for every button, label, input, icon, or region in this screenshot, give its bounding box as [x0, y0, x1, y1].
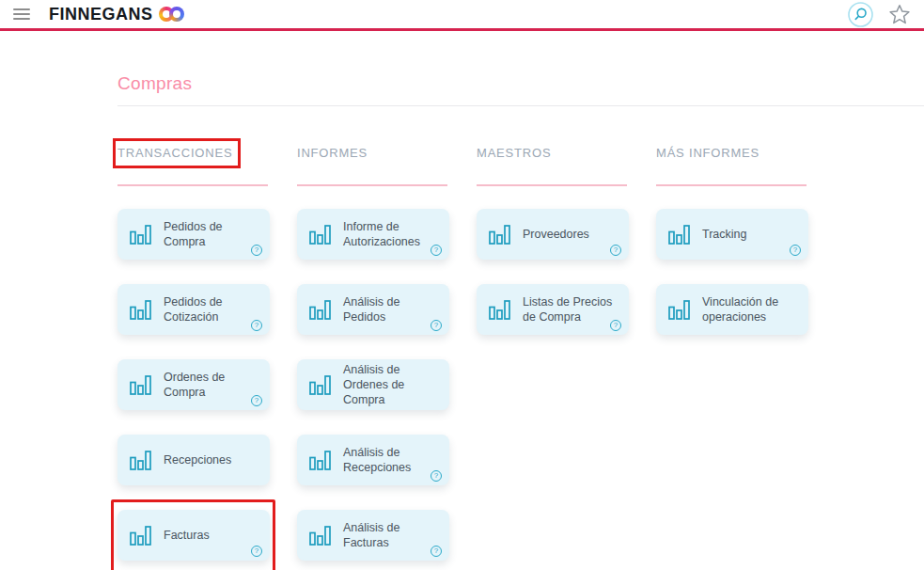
module-card[interactable]: Proveedores ?	[477, 209, 629, 260]
help-icon[interactable]: ?	[251, 546, 262, 557]
bar-chart-icon	[309, 375, 331, 395]
main-content: Compras TRANSACCIONES Pedidos de Compra …	[0, 31, 924, 570]
column-underline	[477, 184, 627, 186]
column-header: INFORMES	[297, 146, 368, 160]
module-card[interactable]: Ordenes de Compra ?	[117, 359, 270, 410]
column-underline	[297, 184, 447, 186]
help-icon[interactable]: ?	[251, 320, 262, 331]
bar-chart-icon	[130, 225, 151, 245]
column-header: TRANSACCIONES	[117, 146, 232, 160]
bar-chart-icon	[309, 526, 331, 546]
module-column: MAESTROS Proveedores ? Listas de Precios…	[477, 144, 629, 570]
help-icon[interactable]: ?	[431, 546, 442, 557]
column-header: MAESTROS	[477, 146, 551, 160]
column-underline	[656, 184, 807, 186]
card-label: Tracking	[702, 227, 746, 242]
module-card[interactable]: Análisis de Recepciones ?	[297, 435, 449, 485]
module-column: INFORMES Informe de Autorizaciones ? Aná…	[297, 144, 449, 570]
search-icon[interactable]	[848, 2, 873, 27]
card-label: Análisis de Pedidos	[343, 294, 440, 325]
bar-chart-icon	[489, 225, 510, 245]
bar-chart-icon	[130, 375, 151, 395]
card-list: Proveedores ? Listas de Precios de Compr…	[477, 209, 629, 335]
page-title: Compras	[117, 73, 924, 94]
card-label: Recepciones	[164, 452, 231, 467]
card-label: Facturas	[164, 528, 210, 543]
top-bar: FINNEGANS	[0, 0, 924, 31]
card-label: Pedidos de Cotización	[164, 294, 260, 325]
help-icon[interactable]: ?	[610, 245, 621, 256]
card-list: Pedidos de Compra ? Pedidos de Cotizació…	[117, 209, 270, 561]
help-icon[interactable]: ?	[251, 395, 262, 406]
module-card[interactable]: Análisis de Facturas ?	[297, 510, 449, 561]
module-card[interactable]: Informe de Autorizaciones ?	[297, 209, 449, 260]
module-card[interactable]: Facturas ?	[117, 510, 270, 561]
help-icon[interactable]: ?	[251, 245, 262, 256]
card-label: Análisis de Facturas	[343, 520, 440, 551]
card-label: Proveedores	[523, 227, 589, 242]
module-columns: TRANSACCIONES Pedidos de Compra ? Pedido…	[117, 144, 924, 570]
bar-chart-icon	[309, 300, 331, 320]
bar-chart-icon	[668, 300, 690, 320]
bar-chart-icon	[309, 451, 331, 470]
module-card[interactable]: Vinculación de operaciones ?	[656, 284, 808, 335]
bar-chart-icon	[130, 451, 151, 470]
bar-chart-icon	[309, 225, 331, 245]
card-list: Informe de Autorizaciones ? Análisis de …	[297, 209, 449, 561]
brand-logo[interactable]: FINNEGANS	[49, 5, 184, 24]
card-label: Informe de Autorizaciones	[343, 219, 440, 250]
card-label: Análisis de Recepciones	[343, 445, 440, 476]
app-window: FINNEGANS Compras	[0, 0, 924, 570]
card-label: Pedidos de Compra	[164, 219, 260, 250]
module-card[interactable]: Análisis de Pedidos ?	[297, 284, 449, 335]
card-list: Tracking ? Vinculación de operaciones ?	[656, 209, 808, 335]
hamburger-menu-icon[interactable]	[13, 8, 30, 20]
finnegans-rings-icon	[159, 7, 184, 22]
module-card[interactable]: Recepciones ?	[117, 435, 270, 485]
bar-chart-icon	[130, 526, 151, 546]
bar-chart-icon	[489, 300, 510, 320]
module-column: MÁS INFORMES Tracking ? Vinculación de o…	[656, 144, 808, 570]
star-favorites-icon[interactable]	[888, 4, 911, 25]
title-divider	[117, 105, 924, 106]
help-icon[interactable]: ?	[431, 470, 442, 482]
module-card[interactable]: Pedidos de Cotización ?	[117, 284, 270, 335]
help-icon[interactable]: ?	[431, 245, 442, 256]
bar-chart-icon	[130, 300, 151, 320]
module-card[interactable]: Análisis de Ordenes de Compra ?	[297, 359, 449, 410]
module-card[interactable]: Pedidos de Compra ?	[117, 209, 270, 260]
card-label: Análisis de Ordenes de Compra	[343, 362, 440, 408]
module-column: TRANSACCIONES Pedidos de Compra ? Pedido…	[117, 144, 270, 570]
bar-chart-icon	[668, 225, 690, 245]
module-card[interactable]: Tracking ?	[656, 209, 808, 260]
card-label: Listas de Precios de Compra	[523, 294, 619, 325]
card-label: Ordenes de Compra	[164, 370, 260, 401]
brand-name: FINNEGANS	[49, 5, 153, 24]
help-icon[interactable]: ?	[790, 245, 801, 256]
card-label: Vinculación de operaciones	[702, 294, 799, 325]
help-icon[interactable]: ?	[610, 320, 621, 331]
column-header: MÁS INFORMES	[656, 146, 760, 160]
module-card[interactable]: Listas de Precios de Compra ?	[477, 284, 629, 335]
help-icon[interactable]: ?	[431, 320, 442, 331]
column-underline	[117, 184, 268, 186]
